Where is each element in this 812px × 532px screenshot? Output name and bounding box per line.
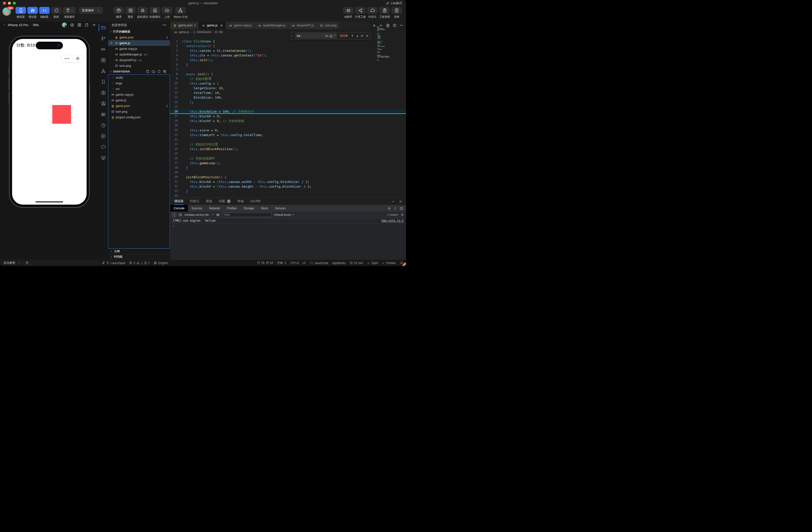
file-row-project.config.json[interactable]: {}project.config.json — [108, 114, 170, 120]
code-line-31[interactable]: 31 this.blockX = (this.canvas.width - th… — [170, 179, 406, 184]
code-line-7[interactable]: 7 — [170, 67, 406, 72]
code-line-21[interactable]: 21 this.timeLeft = this.config.totalTime… — [170, 133, 406, 137]
find-next-icon[interactable] — [356, 34, 359, 38]
match-case-toggle[interactable]: Aa — [325, 34, 328, 37]
code-line-32[interactable]: 32 this.blockY = (this.canvas.height - t… — [170, 184, 406, 189]
activity-aw[interactable] — [99, 131, 108, 142]
toolbar-button-详情[interactable]: 详情 — [391, 7, 402, 19]
file-row-icon.png[interactable]: icon.png — [108, 63, 170, 69]
toggle-replace-icon[interactable]: › — [291, 32, 294, 39]
code-line-2[interactable]: 2 constructor() { — [170, 44, 406, 48]
file-row-audioManager.js[interactable]: JSaudioManager.jssrc — [108, 51, 170, 57]
toolbar-button-上传[interactable]: 上传 — [162, 7, 172, 19]
code-line-20[interactable]: 20 this.score = 0; — [170, 128, 406, 133]
file-row-game.json[interactable]: {}game.json1 — [108, 103, 170, 109]
panel-tab-抖音云[interactable]: 抖音云 — [190, 197, 200, 205]
code-line-5[interactable]: 5 this.init(); — [170, 58, 406, 62]
file-row-game copy.js[interactable]: JSgame copy.js — [108, 46, 170, 51]
activity-clock[interactable] — [99, 120, 108, 131]
breadcrumb-ClickGame[interactable]: ClickGame — [193, 30, 212, 34]
arrow-right-icon[interactable] — [92, 23, 96, 27]
toolbar-button-抖音云[interactable]: 抖音云 — [367, 7, 378, 19]
launchpad-item[interactable]: Launchpad — [102, 261, 125, 265]
chevron-down-icon[interactable] — [18, 262, 20, 264]
close-editor-icon[interactable]: ✕ — [108, 41, 114, 45]
code-line-17[interactable]: 17 this.blockX = 0; — [170, 114, 406, 119]
devtools-tab-Profiles[interactable]: Profiles — [223, 205, 240, 211]
problems-item[interactable]: 0 1 7 — [129, 261, 150, 265]
screen-record-icon[interactable] — [70, 23, 74, 27]
regex-toggle[interactable]: .* — [333, 34, 335, 37]
code-line-29[interactable]: 29 — [170, 170, 406, 175]
status-LF[interactable]: LF — [302, 261, 306, 265]
popout-window-icon[interactable] — [85, 23, 89, 27]
close-panel-icon[interactable] — [399, 199, 402, 203]
whole-word-toggle[interactable]: ab — [330, 34, 333, 38]
toolbar-button-分享工程[interactable]: 分享工程 — [355, 7, 366, 19]
tab-douyinAPI.js[interactable]: JSdouyinAPI.js — [289, 22, 317, 29]
code-line-13[interactable]: 13 blockSize: 100, — [170, 95, 406, 100]
tab-icon.png[interactable]: icon.png — [317, 22, 339, 29]
activity-extensions[interactable] — [99, 55, 108, 65]
code-line-6[interactable]: 6 } — [170, 62, 406, 67]
code-line-19[interactable]: 19 — [170, 123, 406, 128]
activity-debug[interactable] — [99, 44, 108, 55]
code-line-28[interactable]: 28 } — [170, 165, 406, 170]
code-line-8[interactable]: 8 async init() { — [170, 72, 406, 76]
find-previous-icon[interactable] — [351, 34, 354, 38]
file-row-icon.png[interactable]: icon.png — [108, 109, 170, 114]
close-capsule-icon[interactable] — [73, 57, 83, 60]
toolbar-button-预览[interactable]: 预览 — [125, 7, 136, 19]
compile-mode-select[interactable]: 普通编译 — [79, 7, 103, 14]
devtools-kebab-icon[interactable] — [394, 206, 397, 210]
eye-icon[interactable] — [216, 213, 220, 217]
tab-game copy.js[interactable]: JSgame copy.js — [226, 22, 255, 29]
toolbar-button-模拟器[interactable]: 模拟器 — [16, 7, 26, 19]
account-avatar[interactable] — [62, 23, 67, 27]
code-line-14[interactable]: 14 }; — [170, 100, 406, 105]
code-line-3[interactable]: 3 this.canvas = tt.createCanvas(); — [170, 48, 406, 53]
devtools-tab-Storage[interactable]: Storage — [240, 205, 258, 211]
project-section[interactable]: DIANYIDIAN — [108, 69, 170, 74]
console-prompt[interactable]: › — [170, 223, 406, 228]
log-levels-select[interactable]: Default levels — [274, 213, 294, 216]
code-line-18[interactable]: 18 this.blockY = 0; // 方块的坐标 — [170, 119, 406, 123]
file-row-game.js[interactable]: ✕JSgame.js — [108, 40, 170, 46]
activity-list[interactable] — [99, 109, 108, 120]
find-in-selection-icon[interactable] — [361, 34, 364, 38]
status-Spell[interactable]: Spell — [367, 261, 378, 265]
toolbar-button-性能测试[interactable]: 性能测试 — [149, 7, 160, 19]
activity-chartpanel[interactable] — [99, 152, 108, 163]
execution-context-select[interactable]: miniapp-service (bl... — [185, 213, 214, 216]
clear-console-icon[interactable] — [178, 213, 182, 217]
breadcrumb-init[interactable]: init — [215, 30, 222, 34]
file-row-game.json[interactable]: {}game.json1 — [108, 34, 170, 40]
toolbar-button-刷新[interactable]: 刷新 — [51, 7, 61, 19]
code-line-11[interactable]: 11 targetScore: 10, — [170, 86, 406, 90]
code-line-23[interactable]: 23 // 初始化方块位置 — [170, 142, 406, 147]
new-file-icon[interactable] — [146, 70, 149, 73]
tab-game.json[interactable]: {}game.json1 — [170, 22, 199, 29]
code-line-12[interactable]: 12 totalTime: 10, — [170, 90, 406, 95]
code-line-27[interactable]: 27 this.gameLoop(); — [170, 161, 406, 165]
devtools-tab-Sources[interactable]: Sources — [188, 205, 206, 211]
status-UTF-8[interactable]: UTF-8 — [290, 261, 299, 265]
code-line-26[interactable]: 26 // 开始游戏循环 — [170, 156, 406, 161]
code-line-10[interactable]: 10 this.config = { — [170, 81, 406, 86]
console-sidebar-toggle-icon[interactable] — [172, 213, 176, 217]
code-line-1[interactable]: 1class ClickGame { — [170, 39, 406, 44]
panel-tab-问题[interactable]: 问题8 — [219, 197, 231, 205]
code-line-34[interactable]: 34 — [170, 193, 406, 197]
console-filter-input[interactable]: Filter — [222, 212, 272, 217]
toolbar-button-真机调试[interactable]: 真机调试 — [137, 7, 148, 19]
code-line-9[interactable]: 9 // 初始化配置 — [170, 76, 406, 81]
toolbar-button-调试器[interactable]: 调试器 — [27, 7, 38, 19]
timeline-section[interactable]: 时间线 — [108, 254, 170, 259]
toolbar-button-编辑器[interactable]: 编辑器 — [39, 7, 49, 19]
status-Prettier[interactable]: Prettier — [382, 261, 396, 265]
toolbar-button-工程管理[interactable]: 工程管理 — [379, 7, 390, 19]
lite-mode-toggle[interactable]: Lite模式 — [386, 0, 402, 6]
tab-game.js[interactable]: JSgame.js✕ — [199, 22, 226, 29]
more-menu-icon[interactable] — [61, 58, 72, 59]
close-find-icon[interactable] — [365, 34, 369, 38]
